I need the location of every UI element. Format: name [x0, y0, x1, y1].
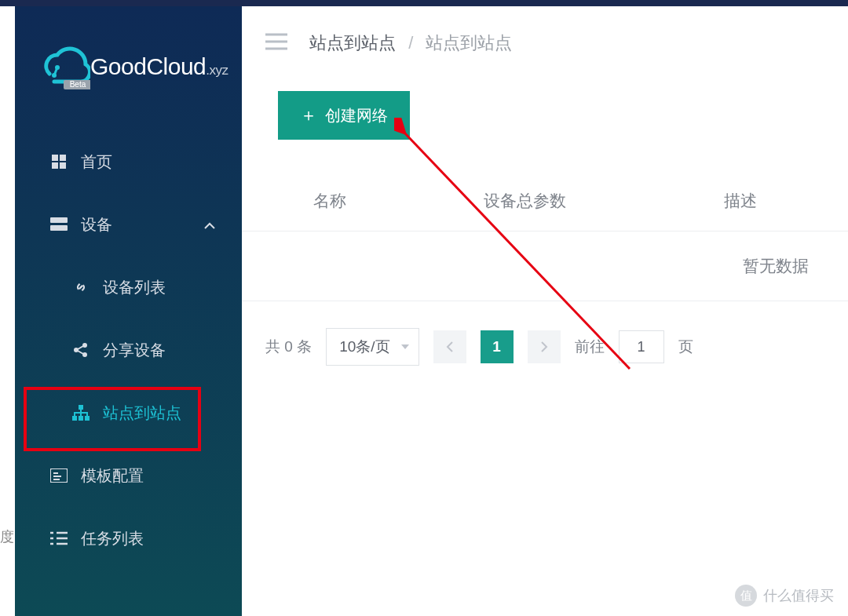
- breadcrumb-parent[interactable]: 站点到站点: [309, 33, 396, 53]
- sidebar-label-tasks: 任务列表: [81, 528, 144, 549]
- sidebar-item-site-to-site[interactable]: 站点到站点: [15, 381, 242, 444]
- sitemap-icon: [71, 405, 90, 421]
- svg-rect-4: [52, 155, 58, 161]
- sidebar-label-home: 首页: [81, 151, 112, 173]
- sidebar-item-device-list[interactable]: 设备列表: [15, 256, 242, 319]
- empty-state: 暂无数据: [242, 231, 848, 301]
- chevron-up-icon: [204, 216, 215, 234]
- sidebar-item-tasks[interactable]: 任务列表: [15, 507, 242, 570]
- pager-total: 共 0 条: [265, 337, 312, 357]
- cloud-logo-icon: Beta: [34, 44, 90, 89]
- col-name: 名称: [242, 171, 417, 231]
- share-icon: [71, 342, 90, 358]
- pager-page-1[interactable]: 1: [481, 330, 514, 363]
- hamburger-icon[interactable]: [265, 33, 287, 53]
- svg-rect-16: [85, 416, 90, 421]
- svg-rect-13: [79, 405, 83, 410]
- col-desc: 描述: [633, 171, 848, 231]
- logo-text: GoodCloud.xyz: [90, 53, 228, 80]
- svg-rect-6: [52, 162, 58, 169]
- main-content: 站点到站点 / 站点到站点 ＋ 创建网络 名称 设备总参数 描述 暂无数据 共 …: [242, 6, 848, 616]
- pager-next[interactable]: [528, 330, 561, 363]
- breadcrumb: 站点到站点 / 站点到站点: [309, 31, 512, 55]
- logo[interactable]: Beta GoodCloud.xyz: [15, 6, 242, 115]
- svg-rect-9: [50, 225, 68, 231]
- watermark-badge-icon: 值: [735, 585, 757, 607]
- svg-rect-8: [50, 217, 68, 223]
- svg-rect-20: [53, 479, 60, 480]
- sidebar-item-share-device[interactable]: 分享设备: [15, 319, 242, 381]
- create-network-button[interactable]: ＋ 创建网络: [278, 91, 410, 140]
- template-icon: [49, 468, 68, 483]
- sidebar-label-template: 模板配置: [81, 465, 144, 487]
- plus-icon: ＋: [300, 104, 317, 127]
- svg-rect-5: [60, 155, 66, 161]
- breadcrumb-current: 站点到站点: [426, 33, 512, 53]
- watermark: 值 什么值得买: [735, 585, 834, 607]
- sidebar: Beta GoodCloud.xyz 首页 设备 设备列表: [15, 6, 242, 616]
- sidebar-item-template[interactable]: 模板配置: [15, 444, 242, 507]
- sidebar-label-site-to-site: 站点到站点: [103, 403, 181, 424]
- svg-rect-15: [79, 416, 83, 421]
- page-size-select[interactable]: 10条/页: [326, 328, 419, 366]
- svg-rect-14: [72, 416, 77, 421]
- pager-page-word: 页: [678, 337, 693, 357]
- sidebar-label-device: 设备: [81, 214, 112, 235]
- breadcrumb-separator: /: [408, 33, 413, 53]
- col-device-params: 设备总参数: [417, 171, 632, 231]
- pager-goto-label: 前往: [575, 337, 605, 357]
- home-icon: [49, 154, 68, 169]
- create-network-label: 创建网络: [325, 105, 388, 126]
- sidebar-item-device[interactable]: 设备: [15, 193, 242, 256]
- svg-rect-19: [53, 476, 61, 477]
- watermark-text: 什么值得买: [763, 586, 834, 605]
- link-icon: [71, 279, 90, 295]
- sidebar-item-home[interactable]: 首页: [15, 130, 242, 193]
- device-icon: [49, 217, 68, 231]
- pager-prev[interactable]: [433, 330, 466, 363]
- pagination: 共 0 条 10条/页 1 前往 页: [242, 301, 848, 366]
- svg-rect-7: [60, 162, 66, 169]
- tasks-icon: [49, 531, 68, 545]
- sidebar-label-share-device: 分享设备: [103, 340, 166, 361]
- data-table: 名称 设备总参数 描述 暂无数据: [242, 171, 848, 301]
- sidebar-label-device-list: 设备列表: [103, 277, 166, 298]
- pager-goto-input[interactable]: [619, 330, 664, 363]
- svg-rect-18: [53, 472, 58, 474]
- svg-text:Beta: Beta: [70, 80, 86, 89]
